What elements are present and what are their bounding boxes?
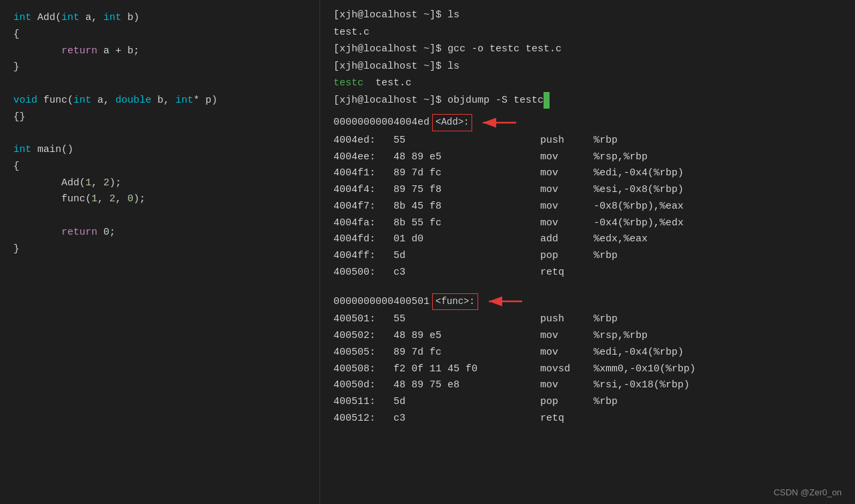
terminal-line: test.c <box>333 24 842 41</box>
code-line: { <box>13 27 306 43</box>
code-line: void func(int a, double b, int* p) <box>13 93 306 109</box>
watermark: CSDN @Zer0_on <box>774 487 842 497</box>
terminal-panel: [xjh@localhost ~]$ lstest.c[xjh@localhos… <box>320 0 855 504</box>
code-line <box>13 76 306 93</box>
terminal-line: [xjh@localhost ~]$ ls <box>333 58 842 75</box>
terminal-line: [xjh@localhost ~]$ gcc -o testc test.c <box>333 41 842 58</box>
asm-row: 4004fd: 01 d0 add %edx,%eax <box>333 231 842 248</box>
asm-add-section: 00000000004004ed <Add>: 4004ed: 55 push … <box>333 114 842 281</box>
asm-row: 400508: f2 0f 11 45 f0 movsd %xmm0,-0x10… <box>333 361 842 378</box>
asm-row: 400500: c3 retq <box>333 265 842 281</box>
asm-func-section: 0000000000400501 <func>: 400501: 55 push… <box>333 293 842 427</box>
asm-row: 400505: 89 7d fc mov %edi,-0x4(%rbp) <box>333 345 842 361</box>
asm-row: 4004f7: 8b 45 f8 mov -0x8(%rbp),%eax <box>333 199 842 215</box>
arrow-add-icon <box>478 115 518 130</box>
arrow-func-icon <box>484 294 524 309</box>
asm-row: 4004f1: 89 7d fc mov %edi,-0x4(%rbp) <box>333 165 842 182</box>
asm-row: 400512: c3 retq <box>333 411 842 427</box>
code-line: Add(1, 2); <box>13 175 306 192</box>
asm-row: 4004f4: 89 75 f8 mov %esi,-0x8(%rbp) <box>333 182 842 199</box>
code-line: return 0; <box>13 225 306 241</box>
asm-add-header: 00000000004004ed <Add>: <box>333 114 842 131</box>
main-container: int Add(int a, int b){ return a + b;}voi… <box>0 0 855 504</box>
asm-row: 4004ff: 5d pop %rbp <box>333 248 842 265</box>
asm-func-label: <func>: <box>432 293 478 311</box>
asm-func-rows: 400501: 55 push %rbp400502: 48 89 e5 mov… <box>333 311 842 427</box>
code-line: return a + b; <box>13 43 306 60</box>
terminal-lines: [xjh@localhost ~]$ lstest.c[xjh@localhos… <box>333 7 842 109</box>
code-line: int main() <box>13 142 306 159</box>
code-line: func(1, 2, 0); <box>13 191 306 208</box>
asm-func-addr: 0000000000400501 <box>333 293 430 311</box>
code-editor-panel: int Add(int a, int b){ return a + b;}voi… <box>0 0 320 504</box>
asm-row: 400501: 55 push %rbp <box>333 311 842 328</box>
code-line: } <box>13 59 306 76</box>
asm-row: 4004fa: 8b 55 fc mov -0x4(%rbp),%edx <box>333 215 842 232</box>
terminal-line: [xjh@localhost ~]$ ls <box>333 7 842 24</box>
asm-row: 400502: 48 89 e5 mov %rsp,%rbp <box>333 328 842 345</box>
terminal-line: testc test.c <box>333 75 842 92</box>
code-line: { <box>13 159 306 175</box>
code-line <box>13 125 306 142</box>
terminal-line: [xjh@localhost ~]$ objdump -S testc <box>333 92 842 109</box>
asm-row: 40050d: 48 89 75 e8 mov %rsi,-0x18(%rbp) <box>333 377 842 394</box>
asm-row: 4004ed: 55 push %rbp <box>333 133 842 149</box>
code-line <box>13 208 306 225</box>
asm-row: 400511: 5d pop %rbp <box>333 394 842 411</box>
asm-row: 4004ee: 48 89 e5 mov %rsp,%rbp <box>333 149 842 166</box>
code-line: } <box>13 241 306 258</box>
asm-func-header: 0000000000400501 <func>: <box>333 293 842 311</box>
code-lines: int Add(int a, int b){ return a + b;}voi… <box>13 10 306 257</box>
asm-add-label: <Add>: <box>432 114 472 131</box>
asm-add-rows: 4004ed: 55 push %rbp4004ee: 48 89 e5 mov… <box>333 133 842 281</box>
asm-add-addr: 00000000004004ed <box>333 114 430 131</box>
code-line: {} <box>13 109 306 126</box>
code-line: int Add(int a, int b) <box>13 10 306 27</box>
